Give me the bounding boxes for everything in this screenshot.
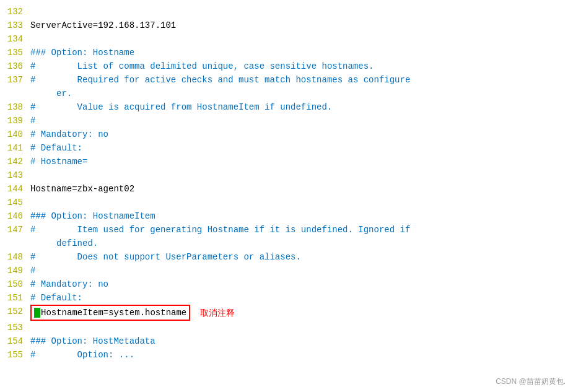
line-content-147: # Item used for generating Hostname if i… [30, 223, 571, 250]
line-num-150: 150 [2, 277, 30, 291]
hostname-item-box: HostnameItem=system.hostname [30, 305, 190, 321]
code-line-135: 135 ### Option: Hostname [0, 46, 573, 59]
line-num-140: 140 [2, 128, 30, 141]
code-line-150: 150 # Mandatory: no [0, 277, 573, 291]
line-num-141: 141 [2, 141, 30, 155]
line-num-154: 154 [2, 334, 30, 348]
line-num-145: 145 [2, 196, 30, 209]
line-content-142: # Hostname= [30, 155, 571, 168]
code-line-148: 148 # Does not support UserParameters or… [0, 250, 573, 264]
line-num-135: 135 [2, 46, 30, 59]
code-line-134: 134 [0, 32, 573, 46]
line-content-151: # Default: [30, 291, 571, 305]
line-num-146: 146 [2, 209, 30, 223]
code-line-140: 140 # Mandatory: no [0, 128, 573, 141]
code-line-152: 152 HostnameItem=system.hostname 取消注释 [0, 305, 573, 321]
line-content-140: # Mandatory: no [30, 128, 571, 141]
line-content-150: # Mandatory: no [30, 277, 571, 291]
code-line-138: 138 # Value is acquired from HostnameIte… [0, 100, 573, 114]
watermark: CSDN @苗苗奶黄包. [496, 377, 566, 387]
line-num-132: 132 [2, 5, 30, 19]
line-num-147: 147 [2, 223, 30, 237]
line-content-139: # [30, 114, 571, 128]
line-num-149: 149 [2, 264, 30, 277]
code-line-154: 154 ### Option: HostMetadata [0, 334, 573, 348]
code-line-146: 146 ### Option: HostnameItem [0, 209, 573, 223]
line-content-148: # Does not support UserParameters or ali… [30, 250, 571, 264]
line-num-138: 138 [2, 100, 30, 114]
line-num-142: 142 [2, 155, 30, 168]
line-num-133: 133 [2, 19, 30, 32]
hostname-item-value: HostnameItem=system.hostname [41, 306, 186, 320]
line-num-134: 134 [2, 32, 30, 46]
code-editor: 132 133 ServerActive=192.168.137.101 134… [0, 0, 573, 392]
code-line-155: 155 # Option: ... [0, 348, 573, 362]
line-content-136: # List of comma delimited unique, case s… [30, 59, 571, 73]
annotation-text: 取消注释 [200, 306, 235, 320]
code-line-143: 143 [0, 168, 573, 182]
line-num-152: 152 [2, 305, 30, 318]
code-line-141: 141 # Default: [0, 141, 573, 155]
code-line-142: 142 # Hostname= [0, 155, 573, 168]
line-num-155: 155 [2, 348, 30, 362]
line-num-143: 143 [2, 168, 30, 182]
line-content-144: Hostname=zbx-agent02 [30, 182, 571, 196]
line-num-137: 137 [2, 73, 30, 87]
line-num-151: 151 [2, 291, 30, 305]
line-content-154: ### Option: HostMetadata [30, 334, 571, 348]
line-content-138: # Value is acquired from HostnameItem if… [30, 100, 571, 114]
line-num-144: 144 [2, 182, 30, 196]
code-line-149: 149 # [0, 264, 573, 277]
code-line-136: 136 # List of comma delimited unique, ca… [0, 59, 573, 73]
line-content-146: ### Option: HostnameItem [30, 209, 571, 223]
line-content-155: # Option: ... [30, 348, 571, 362]
code-line-132: 132 [0, 5, 573, 19]
code-line-137: 137 # Required for active checks and mus… [0, 73, 573, 100]
line-content-149: # [30, 264, 571, 277]
code-line-151: 151 # Default: [0, 291, 573, 305]
line-content-152: HostnameItem=system.hostname 取消注释 [30, 305, 571, 321]
code-line-139: 139 # [0, 114, 573, 128]
code-line-153: 153 [0, 321, 573, 334]
green-cursor [34, 308, 40, 318]
line-num-139: 139 [2, 114, 30, 128]
line-num-153: 153 [2, 321, 30, 334]
code-line-145: 145 [0, 196, 573, 209]
line-content-135: ### Option: Hostname [30, 46, 571, 59]
code-line-133: 133 ServerActive=192.168.137.101 [0, 19, 573, 32]
line-num-136: 136 [2, 59, 30, 73]
line-content-137: # Required for active checks and must ma… [30, 73, 571, 100]
line-num-148: 148 [2, 250, 30, 264]
line-content-133: ServerActive=192.168.137.101 [30, 19, 571, 32]
line-content-141: # Default: [30, 141, 571, 155]
code-line-144: 144 Hostname=zbx-agent02 [0, 182, 573, 196]
code-line-147: 147 # Item used for generating Hostname … [0, 223, 573, 250]
